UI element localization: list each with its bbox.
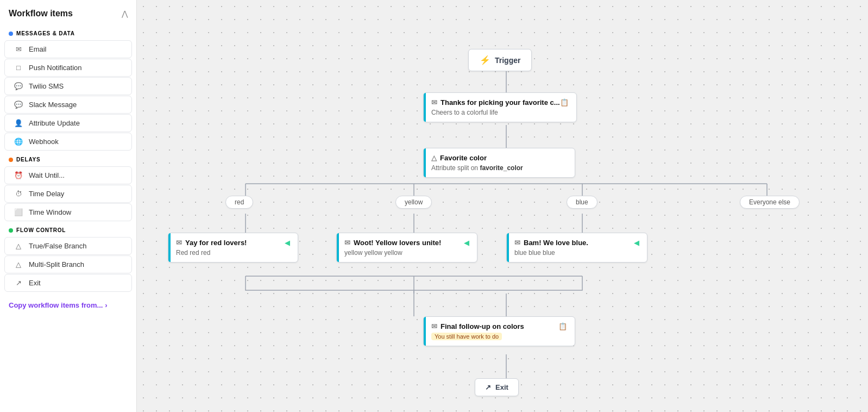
time-delay-label: Time Delay (29, 190, 64, 198)
email-icon-blue: ✉ (514, 239, 520, 247)
send-icon-yellow: ◀ (464, 239, 469, 247)
email-icon-final: ✉ (431, 322, 437, 330)
doc-icon: 📋 (560, 98, 569, 107)
exit-icon: ↗ (14, 279, 23, 287)
exit-icon: ↗ (485, 383, 491, 391)
sidebar-item-push-notification[interactable]: □Push Notification (4, 59, 132, 77)
sidebar-item-wait-until[interactable]: ⏰Wait Until... (4, 166, 132, 184)
slack-message-icon: 💬 (14, 101, 23, 109)
sidebar-item-twilio-sms[interactable]: 💬Twilio SMS (4, 77, 132, 95)
time-delay-icon: ⏱ (14, 190, 23, 198)
red-branch-pill: red (225, 196, 253, 209)
wait-until-icon: ⏰ (14, 171, 23, 179)
push-notification-icon: □ (14, 64, 23, 72)
red-email-title: Yay for red lovers! (185, 239, 247, 247)
email-icon-yellow: ✉ (344, 239, 350, 247)
push-notification-label: Push Notification (29, 64, 82, 72)
yellow-branch-pill: yellow (395, 196, 432, 209)
time-window-label: Time Window (29, 208, 71, 216)
blue-email-subtitle: blue blue blue (514, 249, 639, 257)
thanks-email-node[interactable]: ✉ Thanks for picking your favorite c... … (423, 92, 577, 122)
sidebar-header: Workflow items ⋀ (0, 9, 136, 25)
sidebar-item-multi-split-branch[interactable]: △Multi-Split Branch (4, 255, 132, 273)
exit-label: Exit (29, 279, 41, 287)
canvas-inner: ⚡ Trigger ✉ Thanks for picking your favo… (137, 0, 868, 412)
send-icon-blue: ◀ (634, 239, 639, 247)
multi-split-branch-label: Multi-Split Branch (29, 260, 84, 269)
attribute-update-icon: 👤 (14, 119, 23, 127)
multi-split-branch-icon: △ (14, 260, 23, 269)
yellow-email-node[interactable]: ✉ Woot! Yellow lovers unite! ◀ yellow ye… (336, 233, 477, 263)
true-false-branch-icon: △ (14, 242, 23, 250)
email-label: Email (29, 45, 47, 53)
true-false-branch-label: True/False Branch (29, 242, 86, 250)
sidebar-item-webhook[interactable]: 🌐Webhook (4, 133, 132, 151)
yellow-email-title: Woot! Yellow lovers unite! (354, 239, 441, 247)
slack-message-label: Slack Message (29, 101, 77, 109)
attribute-update-label: Attribute Update (29, 119, 80, 127)
twilio-sms-icon: 💬 (14, 82, 23, 90)
exit-node[interactable]: ↗ Exit (475, 378, 519, 396)
doc-icon-final: 📋 (558, 322, 567, 330)
exit-label: Exit (495, 383, 508, 391)
blue-email-title: Bam! We love blue. (524, 239, 588, 247)
trigger-icon: ⚡ (480, 55, 490, 65)
blue-branch-pill: blue (567, 196, 597, 209)
sidebar-item-time-delay[interactable]: ⏱Time Delay (4, 185, 132, 203)
copy-workflow-link[interactable]: Copy workflow items from... › (9, 301, 128, 309)
section-label-delays: DELAYS (0, 151, 136, 166)
sidebar-item-slack-message[interactable]: 💬Slack Message (4, 96, 132, 114)
final-followup-title: Final follow-up on colors (441, 322, 524, 330)
twilio-sms-label: Twilio SMS (29, 82, 64, 90)
sidebar-item-attribute-update[interactable]: 👤Attribute Update (4, 114, 132, 132)
thanks-email-subtitle: Cheers to a colorful life (431, 109, 569, 116)
webhook-label: Webhook (29, 138, 59, 146)
trigger-node[interactable]: ⚡ Trigger (468, 49, 532, 71)
sidebar-item-email[interactable]: ✉Email (4, 40, 132, 58)
blue-email-node[interactable]: ✉ Bam! We love blue. ◀ blue blue blue (506, 233, 647, 263)
final-followup-badge: You still have work to do (431, 333, 502, 340)
sidebar-item-true-false-branch[interactable]: △True/False Branch (4, 237, 132, 255)
final-followup-node[interactable]: ✉ Final follow-up on colors 📋 You still … (423, 316, 575, 346)
favorite-color-node[interactable]: △ Favorite color Attribute split on favo… (423, 148, 575, 178)
favorite-color-subtitle: Attribute split on favorite_color (431, 164, 567, 172)
email-icon: ✉ (14, 45, 23, 53)
section-label-messages---data: MESSAGES & DATA (0, 25, 136, 40)
section-label-flow-control: FLOW CONTROL (0, 222, 136, 236)
sidebar-item-time-window[interactable]: ⬜Time Window (4, 203, 132, 221)
split-icon: △ (431, 154, 437, 162)
collapse-icon[interactable]: ⋀ (122, 9, 128, 18)
send-icon-red: ◀ (285, 239, 290, 247)
sidebar: Workflow items ⋀ MESSAGES & DATA✉Email□P… (0, 0, 137, 412)
time-window-icon: ⬜ (14, 208, 23, 216)
sidebar-item-exit[interactable]: ↗Exit (4, 274, 132, 292)
wait-until-label: Wait Until... (29, 171, 65, 179)
red-email-subtitle: Red red red (176, 249, 290, 257)
thanks-email-title: Thanks for picking your favorite c... (441, 98, 560, 107)
email-icon-red: ✉ (176, 239, 182, 247)
trigger-label: Trigger (495, 56, 520, 65)
everyone-else-branch-pill: Everyone else (740, 196, 800, 209)
workflow-canvas[interactable]: ⚡ Trigger ✉ Thanks for picking your favo… (137, 0, 868, 412)
yellow-email-subtitle: yellow yellow yellow (344, 249, 469, 257)
sidebar-title: Workflow items (9, 9, 73, 18)
email-icon: ✉ (431, 98, 437, 107)
red-email-node[interactable]: ✉ Yay for red lovers! ◀ Red red red (168, 233, 298, 263)
favorite-color-title: Favorite color (440, 154, 487, 162)
webhook-icon: 🌐 (14, 138, 23, 146)
